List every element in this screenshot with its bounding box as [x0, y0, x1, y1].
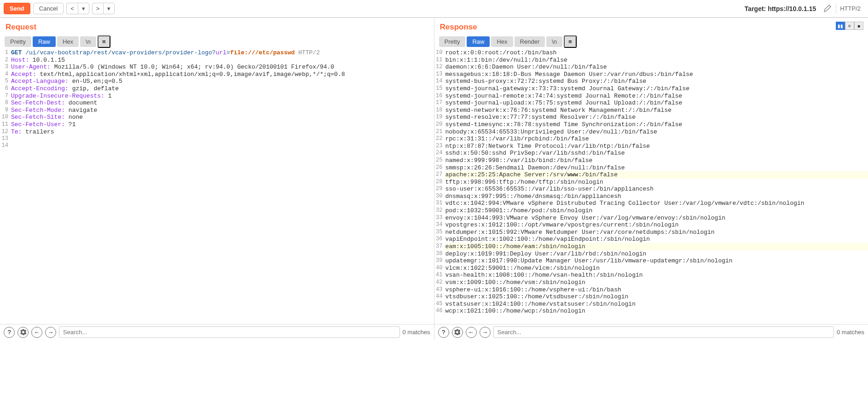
line-content[interactable] — [11, 142, 434, 149]
tab-hex[interactable]: Hex — [491, 36, 513, 47]
help-button[interactable]: ? — [438, 327, 449, 338]
line-content[interactable]: Sec-Fetch-User: ?1 — [11, 121, 434, 128]
line-content[interactable]: Te: trailers — [11, 128, 434, 136]
line-content[interactable]: systemd-resolve:x:77:77:systemd Resolver… — [446, 114, 868, 121]
line-content[interactable]: vsphere-ui:x:1016:100::/home/vsphere-ui:… — [446, 286, 868, 294]
prev-dropdown-button[interactable]: ▾ — [78, 3, 89, 14]
layout-full-button[interactable]: ■ — [854, 22, 863, 30]
line-content[interactable]: ntp:x:87:87:Network Time Protocol:/var/l… — [446, 143, 868, 150]
editor-line[interactable]: 46wcp:x:1021:100::/home/wcp:/sbin/nologi… — [434, 308, 868, 315]
editor-line[interactable]: 23ntp:x:87:87:Network Time Protocol:/var… — [434, 143, 868, 150]
editor-line[interactable]: 21nobody:x:65534:65533:Unprivileged User… — [434, 128, 868, 136]
line-content[interactable]: systemd-network:x:76:76:systemd Network … — [446, 107, 868, 114]
line-content[interactable]: named:x:999:998::/var/lib/bind:/bin/fals… — [446, 157, 868, 164]
editor-line[interactable]: 38deploy:x:1019:991:Deploy User:/var/lib… — [434, 250, 868, 258]
line-content[interactable]: vdtc:x:1042:994:VMware vSphere Distrubut… — [446, 200, 868, 207]
next-arrow-button[interactable]: > — [92, 3, 104, 14]
next-dropdown-button[interactable]: ▾ — [103, 3, 115, 14]
line-content[interactable]: Accept-Language: en-US,en;q=0.5 — [11, 78, 434, 85]
line-content[interactable]: GET /ui/vcav-bootstrap/rest/vcav-provide… — [11, 49, 434, 57]
response-editor[interactable]: 10root:x:0:0:root:/root:/bin/bash11bin:x… — [434, 49, 868, 324]
line-content[interactable]: eam:x:1005:100::/home/eam:/sbin/nologin — [446, 243, 868, 250]
layout-rows-button[interactable]: ≡ — [845, 22, 854, 30]
editor-line[interactable]: 11bin:x:1:1:bin:/dev/null:/bin/false — [434, 57, 868, 64]
line-content[interactable]: Sec-Fetch-Mode: navigate — [11, 107, 434, 114]
editor-line[interactable]: 42vsm:x:1009:100::/home/vsm:/sbin/nologi… — [434, 279, 868, 286]
line-content[interactable]: updatemgr:x:1017:990:Update Manager User… — [446, 257, 868, 265]
tab-raw[interactable]: Raw — [467, 36, 490, 47]
settings-button[interactable] — [452, 327, 463, 338]
editor-line[interactable]: 15systemd-journal-gateway:x:73:73:system… — [434, 85, 868, 93]
editor-line[interactable]: 41vsan-health:x:1008:100::/home/vsan-hea… — [434, 272, 868, 279]
line-content[interactable]: Sec-Fetch-Site: none — [11, 114, 434, 121]
response-menu-button[interactable]: ≡ — [564, 35, 577, 48]
line-content[interactable]: pod:x:1032:59001::/home/pod:/sbin/nologi… — [446, 207, 868, 215]
editor-line[interactable]: 12Te: trailers — [0, 128, 434, 136]
request-search-input[interactable] — [59, 326, 400, 338]
line-content[interactable]: tftp:x:998:996:tftp:/home/tftp:/sbin/nol… — [446, 179, 868, 186]
editor-line[interactable]: 4Accept: text/html,application/xhtml+xml… — [0, 71, 434, 78]
editor-line[interactable]: 5Accept-Language: en-US,en;q=0.5 — [0, 78, 434, 85]
line-content[interactable]: envoy:x:1044:993:VMware vSphere Envoy Us… — [446, 215, 868, 222]
editor-line[interactable]: 30dnsmasq:x:997:995::/home/dnsmasq:/bin/… — [434, 193, 868, 200]
editor-line[interactable]: 13 — [0, 135, 434, 142]
editor-line[interactable]: 7Upgrade-Insecure-Requests: 1 — [0, 93, 434, 100]
prev-arrow-button[interactable]: < — [66, 3, 78, 14]
tab-raw[interactable]: Raw — [33, 36, 56, 47]
editor-line[interactable]: 40vlcm:x:1022:59001::/home/vlcm:/sbin/no… — [434, 265, 868, 272]
line-content[interactable]: apache:x:25:25:Apache Server:/srv/www:/b… — [446, 171, 868, 179]
line-content[interactable]: rpc:x:31:31::/var/lib/rpcbind:/bin/false — [446, 135, 868, 143]
editor-line[interactable]: 6Accept-Encoding: gzip, deflate — [0, 85, 434, 93]
editor-line[interactable]: 19systemd-resolve:x:77:77:systemd Resolv… — [434, 114, 868, 121]
editor-line[interactable]: 8Sec-Fetch-Dest: document — [0, 99, 434, 107]
editor-line[interactable]: 37eam:x:1005:100::/home/eam:/sbin/nologi… — [434, 243, 868, 250]
settings-button[interactable] — [17, 327, 29, 338]
line-content[interactable]: sso-user:x:65536:65535::/var/lib/sso-use… — [446, 186, 868, 193]
layout-columns-button[interactable]: ▮▮ — [836, 22, 845, 30]
editor-line[interactable]: 1GET /ui/vcav-bootstrap/rest/vcav-provid… — [0, 49, 434, 57]
line-content[interactable]: systemd-journal-upload:x:75:75:systemd J… — [446, 99, 868, 107]
line-content[interactable]: deploy:x:1019:991:Deploy User:/var/lib/r… — [446, 250, 868, 258]
line-content[interactable]: systemd-timesync:x:78:78:systemd Time Sy… — [446, 121, 868, 128]
line-content[interactable]: systemd-journal-gateway:x:73:73:systemd … — [446, 85, 868, 93]
line-content[interactable]: vtsdbuser:x:1025:100::/home/vtsdbuser:/s… — [446, 293, 868, 301]
line-content[interactable]: vsan-health:x:1008:100::/home/vsan-healt… — [446, 272, 868, 279]
editor-line[interactable]: 20systemd-timesync:x:78:78:systemd Time … — [434, 121, 868, 128]
editor-line[interactable]: 24sshd:x:50:50:sshd PrivSep:/var/lib/ssh… — [434, 150, 868, 157]
editor-line[interactable]: 35netdumper:x:1015:992:VMware Netdumper … — [434, 229, 868, 236]
tab-render[interactable]: Render — [515, 36, 545, 47]
editor-line[interactable]: 45vstatsuser:x:1024:100::/home/vstatsuse… — [434, 301, 868, 308]
line-content[interactable]: daemon:x:6:6:Daemon User:/dev/null:/bin/… — [446, 64, 868, 71]
line-content[interactable]: Upgrade-Insecure-Requests: 1 — [11, 93, 434, 100]
editor-line[interactable]: 10root:x:0:0:root:/root:/bin/bash — [434, 49, 868, 57]
line-content[interactable]: vapiEndpoint:x:1002:100::/home/vapiEndpo… — [446, 236, 868, 243]
editor-line[interactable]: 39updatemgr:x:1017:990:Update Manager Us… — [434, 257, 868, 265]
editor-line[interactable]: 25named:x:999:998::/var/lib/bind:/bin/fa… — [434, 157, 868, 164]
line-content[interactable]: User-Agent: Mozilla/5.0 (Windows NT 10.0… — [11, 64, 434, 71]
line-content[interactable]: Sec-Fetch-Dest: document — [11, 99, 434, 107]
line-content[interactable] — [11, 135, 434, 142]
tab-pretty[interactable]: Pretty — [5, 36, 31, 47]
cancel-button[interactable]: Cancel — [33, 3, 64, 14]
editor-line[interactable]: 28tftp:x:998:996:tftp:/home/tftp:/sbin/n… — [434, 179, 868, 186]
line-content[interactable]: vsm:x:1009:100::/home/vsm:/sbin/nologin — [446, 279, 868, 286]
editor-line[interactable]: 13messagebus:x:18:18:D-Bus Message Daemo… — [434, 71, 868, 78]
editor-line[interactable]: 36vapiEndpoint:x:1002:100::/home/vapiEnd… — [434, 236, 868, 243]
search-next-button[interactable]: → — [45, 327, 56, 338]
request-editor[interactable]: 1GET /ui/vcav-bootstrap/rest/vcav-provid… — [0, 49, 434, 324]
line-content[interactable]: bin:x:1:1:bin:/dev/null:/bin/false — [446, 57, 868, 64]
response-search-input[interactable] — [493, 326, 834, 338]
editor-line[interactable]: 9Sec-Fetch-Mode: navigate — [0, 107, 434, 114]
editor-line[interactable]: 11Sec-Fetch-User: ?1 — [0, 121, 434, 128]
line-content[interactable]: sshd:x:50:50:sshd PrivSep:/var/lib/sshd:… — [446, 150, 868, 157]
tab-hex[interactable]: Hex — [57, 36, 79, 47]
line-content[interactable]: root:x:0:0:root:/root:/bin/bash — [446, 49, 868, 57]
line-content[interactable]: vlcm:x:1022:59001::/home/vlcm:/sbin/nolo… — [446, 265, 868, 272]
editor-line[interactable]: 44vtsdbuser:x:1025:100::/home/vtsdbuser:… — [434, 293, 868, 301]
editor-line[interactable]: 18systemd-network:x:76:76:systemd Networ… — [434, 107, 868, 114]
line-content[interactable]: Accept: text/html,application/xhtml+xml,… — [11, 71, 434, 78]
editor-line[interactable]: 34vpostgres:x:1012:100::/opt/vmware/vpos… — [434, 221, 868, 229]
editor-line[interactable]: 10Sec-Fetch-Site: none — [0, 114, 434, 121]
editor-line[interactable]: 33envoy:x:1044:993:VMware vSphere Envoy … — [434, 215, 868, 222]
editor-line[interactable]: 22rpc:x:31:31::/var/lib/rpcbind:/bin/fal… — [434, 135, 868, 143]
